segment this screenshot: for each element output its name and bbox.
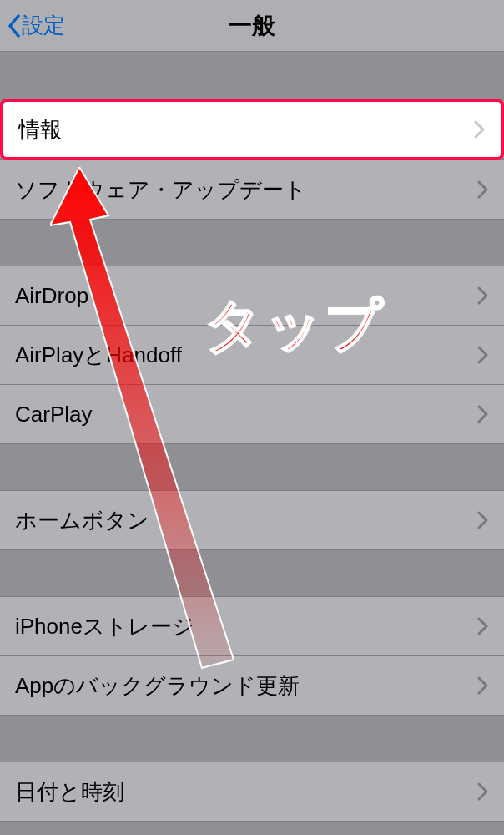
back-label: 設定 <box>22 11 65 40</box>
chevron-left-icon <box>7 14 22 38</box>
chevron-right-icon <box>477 346 489 364</box>
settings-group: iPhoneストレージ Appのバックグラウンド更新 <box>0 596 504 716</box>
chevron-right-icon <box>474 120 486 139</box>
row-label: Appのバックグラウンド更新 <box>15 671 300 701</box>
settings-group: 情報 ソフトウェア・アップデート <box>0 99 504 220</box>
chevron-right-icon <box>477 676 489 695</box>
settings-group: AirDrop AirPlayとHandoff CarPlay <box>0 266 504 444</box>
row-airplay-handoff[interactable]: AirPlayとHandoff <box>0 325 504 385</box>
row-label: CarPlay <box>15 402 92 428</box>
chevron-right-icon <box>477 617 489 635</box>
back-button[interactable]: 設定 <box>7 11 65 40</box>
row-iphone-storage[interactable]: iPhoneストレージ <box>0 596 504 656</box>
row-label: ソフトウェア・アップデート <box>15 175 306 205</box>
row-airdrop[interactable]: AirDrop <box>0 266 504 326</box>
row-background-app-refresh[interactable]: Appのバックグラウンド更新 <box>0 655 504 716</box>
row-label: AirDrop <box>15 283 88 309</box>
settings-group: ホームボタン <box>0 490 504 550</box>
row-home-button[interactable]: ホームボタン <box>0 490 504 550</box>
row-date-time[interactable]: 日付と時刻 <box>0 762 504 822</box>
row-label: iPhoneストレージ <box>15 612 194 641</box>
row-carplay[interactable]: CarPlay <box>0 384 504 444</box>
row-label: 日付と時刻 <box>15 777 124 807</box>
row-label: 情報 <box>18 115 62 144</box>
navigation-bar: 設定 一般 <box>0 0 504 52</box>
chevron-right-icon <box>477 286 489 305</box>
settings-content: 情報 ソフトウェア・アップデート AirDrop AirPlayとHandoff <box>0 52 504 822</box>
chevron-right-icon <box>477 782 489 801</box>
row-label: ホームボタン <box>15 506 149 535</box>
chevron-right-icon <box>477 180 489 199</box>
chevron-right-icon <box>477 405 489 423</box>
row-label: AirPlayとHandoff <box>15 341 182 370</box>
settings-group: 日付と時刻 <box>0 762 504 822</box>
row-info[interactable]: 情報 <box>0 99 504 160</box>
page-title: 一般 <box>229 10 275 42</box>
chevron-right-icon <box>477 511 489 529</box>
row-software-update[interactable]: ソフトウェア・アップデート <box>0 159 504 220</box>
